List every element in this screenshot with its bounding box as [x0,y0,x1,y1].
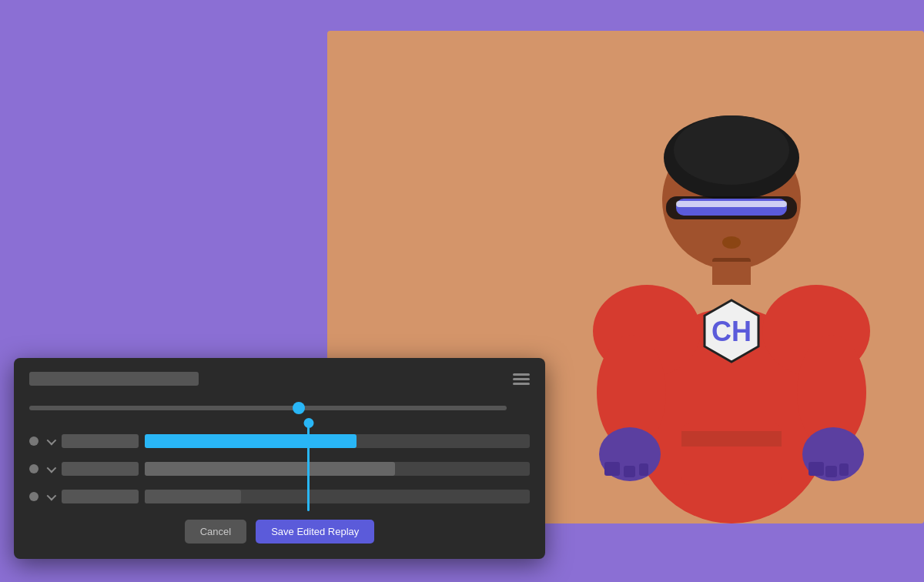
panel-footer: Cancel Save Edited Replay [29,520,530,544]
svg-rect-9 [712,262,751,285]
track-label-1 [62,434,139,448]
track-bar-fill-1 [145,434,357,448]
playhead-handle[interactable] [303,418,313,428]
track-chevron-2[interactable] [45,463,55,474]
track-dot-3 [29,492,38,501]
svg-rect-18 [604,462,620,476]
tracks-container [29,430,530,507]
svg-point-3 [674,115,789,185]
timeline-scrubber[interactable] [293,402,305,414]
panel-title-bar [29,372,199,386]
track-bar-container-2[interactable] [145,460,530,477]
menu-line-2 [513,378,530,380]
timeline-container [29,396,530,420]
svg-rect-22 [825,466,837,477]
panel-header [29,372,530,386]
menu-line-1 [513,373,530,376]
svg-rect-21 [808,462,824,476]
track-chevron-3[interactable] [45,491,55,502]
svg-rect-19 [624,466,635,477]
editor-panel: Cancel Save Edited Replay [14,358,545,559]
track-row-1 [29,430,530,452]
svg-point-7 [722,236,741,249]
save-button[interactable]: Save Edited Replay [256,520,374,544]
track-row-2 [29,458,530,480]
svg-rect-23 [839,463,849,476]
menu-icon[interactable] [513,373,530,385]
svg-rect-25 [681,431,782,447]
track-bar-fill-2 [145,462,395,476]
track-label-3 [62,490,139,503]
track-bar-fill-3 [145,490,241,503]
track-bar-container-3[interactable] [145,488,530,505]
track-dot-2 [29,464,38,473]
track-chevron-1[interactable] [45,436,55,447]
svg-text:CH: CH [711,316,752,347]
playhead-line [307,423,310,511]
menu-line-3 [513,383,530,385]
track-row-3 [29,486,530,507]
svg-rect-6 [676,201,787,207]
cancel-button[interactable]: Cancel [185,520,246,544]
track-label-2 [62,462,139,476]
timeline-track[interactable] [29,406,507,410]
track-bar-container-1[interactable] [145,433,530,450]
track-dot-1 [29,436,38,446]
svg-rect-20 [639,463,648,476]
hero-illustration: CH [539,46,924,523]
